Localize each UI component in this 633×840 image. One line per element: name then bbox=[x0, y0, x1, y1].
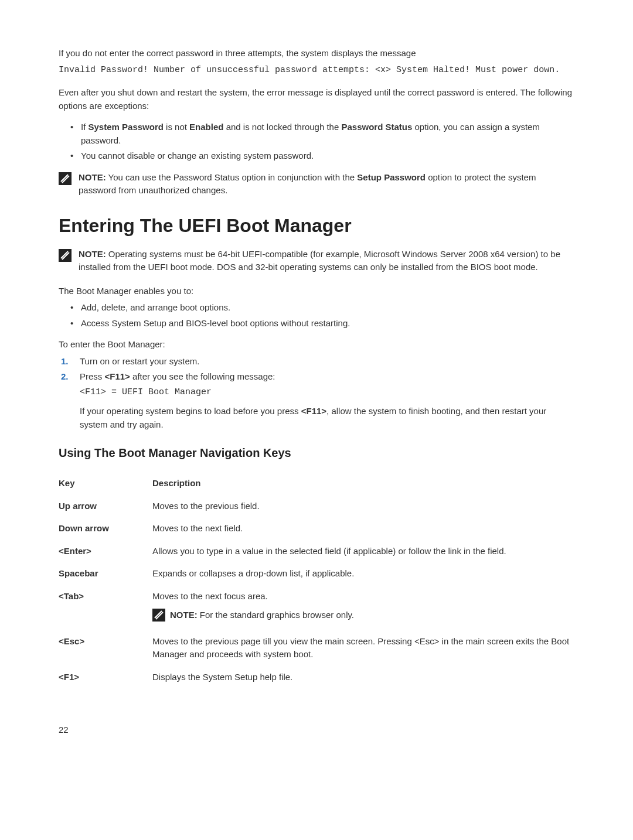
exception-list: If System Password is not Enabled and is… bbox=[59, 121, 574, 163]
table-row: <Esc> Moves to the previous page till yo… bbox=[59, 630, 574, 666]
table-row: <Enter> Allows you to type in a value in… bbox=[59, 540, 574, 563]
list-item: You cannot disable or change an existing… bbox=[70, 149, 574, 163]
step-note: If your operating system begins to load … bbox=[80, 405, 574, 431]
list-item: If System Password is not Enabled and is… bbox=[70, 121, 574, 147]
header-description: Description bbox=[152, 472, 574, 495]
boot-manager-enables: The Boot Manager enables you to: bbox=[59, 285, 574, 298]
table-row: <Tab> Moves to the next focus area. NOTE… bbox=[59, 585, 574, 630]
table-row: <F1> Displays the System Setup help file… bbox=[59, 666, 574, 689]
note-block: NOTE: Operating systems must be 64-bit U… bbox=[59, 248, 574, 274]
note-text: NOTE: You can use the Password Status op… bbox=[79, 171, 574, 197]
enter-boot-manager: To enter the Boot Manager: bbox=[59, 338, 574, 351]
list-item: Add, delete, and arrange boot options. bbox=[70, 301, 574, 315]
note-block: NOTE: You can use the Password Status op… bbox=[59, 171, 574, 197]
table-row: Down arrow Moves to the next field. bbox=[59, 517, 574, 540]
note-icon bbox=[59, 172, 72, 185]
top-section: If you do not enter the correct password… bbox=[59, 47, 574, 197]
nav-keys-heading: Using The Boot Manager Navigation Keys bbox=[59, 444, 574, 462]
note-icon bbox=[59, 249, 72, 262]
note-icon bbox=[152, 609, 165, 622]
list-item: Access System Setup and BIOS-level boot … bbox=[70, 317, 574, 330]
boot-options-list: Add, delete, and arrange boot options. A… bbox=[59, 301, 574, 330]
intro-para2: Even after you shut down and restart the… bbox=[59, 86, 574, 112]
list-item: 1. Turn on or restart your system. bbox=[61, 355, 574, 368]
page-number: 22 bbox=[59, 723, 574, 737]
table-header-row: Key Description bbox=[59, 472, 574, 495]
table-row: Spacebar Expands or collapses a drop-dow… bbox=[59, 562, 574, 585]
error-code: Invalid Password! Number of unsuccessful… bbox=[59, 64, 574, 77]
table-row: Up arrow Moves to the previous field. bbox=[59, 495, 574, 518]
header-key: Key bbox=[59, 472, 152, 495]
inline-note: NOTE: For the standard graphics browser … bbox=[152, 609, 354, 622]
note-text: NOTE: Operating systems must be 64-bit U… bbox=[79, 248, 574, 274]
nav-keys-table: Key Description Up arrow Moves to the pr… bbox=[59, 472, 574, 688]
list-item: 2. Press <F11> after you see the followi… bbox=[61, 370, 574, 431]
intro-para: If you do not enter the correct password… bbox=[59, 47, 574, 60]
step-code: <F11> = UEFI Boot Manager bbox=[80, 386, 574, 399]
steps-list: 1. Turn on or restart your system. 2. Pr… bbox=[59, 355, 574, 432]
uefi-heading: Entering The UEFI Boot Manager bbox=[59, 211, 574, 240]
